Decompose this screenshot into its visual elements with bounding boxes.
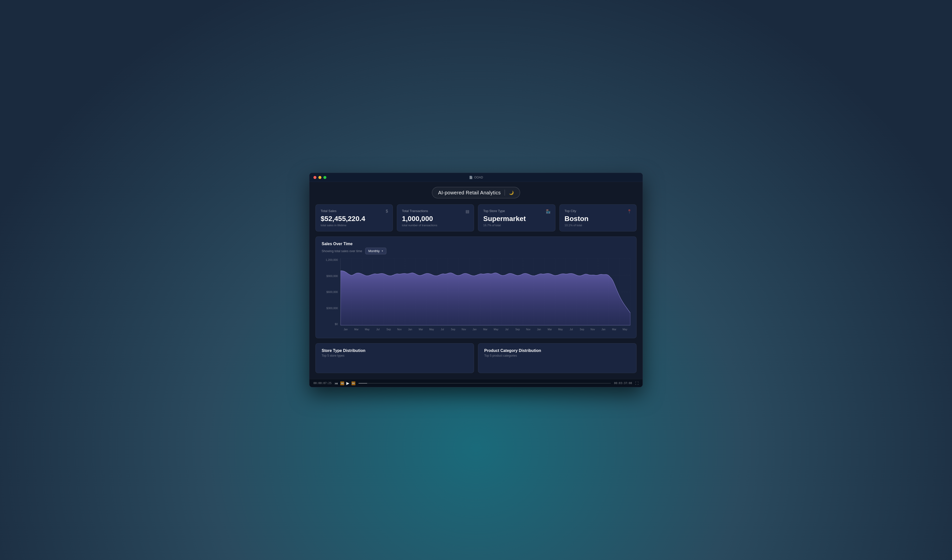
kpi-value-city: Boston [565, 215, 632, 223]
x-label-mar2: Mar [416, 328, 426, 331]
x-label-jan2: Jan [405, 328, 416, 331]
chart-controls-row: Showing total sales over time Monthly ▾ [321, 248, 631, 255]
kpi-label-transactions: Total Transactions [402, 209, 469, 213]
store-dist-sub: Top 5 store types [321, 354, 468, 357]
kpi-row: Total Sales $52,455,220.4 total sales in… [315, 204, 637, 231]
media-progress-bar[interactable] [359, 383, 611, 384]
bottom-row: Store Type Distribution Top 5 store type… [315, 343, 637, 373]
kpi-sub-sales: total sales in lifetime [321, 224, 388, 227]
titlebar-icon: 📄 [469, 176, 473, 179]
location-icon: 📍 [627, 209, 632, 214]
app-title-bar: AI-powered Retail Analytics 🌙 [432, 187, 520, 198]
y-label-2: $300,000 [326, 307, 338, 310]
product-category-distribution-card: Product Category Distribution Top 5 prod… [478, 343, 637, 373]
chart-svg [341, 258, 631, 325]
kpi-card-store-type: Top Store Type Supermarket 16.7% of tota… [478, 204, 555, 231]
time-period-dropdown[interactable]: Monthly ▾ [365, 248, 386, 255]
kpi-value-sales: $52,455,220.4 [321, 215, 388, 223]
kpi-sub-transactions: total number of transactions [402, 224, 469, 227]
x-label-may2: May [426, 328, 437, 331]
kpi-card-transactions: Total Transactions 1,000,000 total numbe… [397, 204, 474, 231]
app-header: AI-powered Retail Analytics 🌙 [315, 187, 637, 198]
x-label-mar5: Mar [609, 328, 620, 331]
x-label-sep4: Sep [576, 328, 587, 331]
play-icon[interactable]: ▶ [346, 381, 349, 386]
app-title: AI-powered Retail Analytics [438, 190, 501, 196]
x-label-may3: May [491, 328, 501, 331]
y-label-3: $600,000 [326, 290, 338, 293]
x-label-nov4: Nov [587, 328, 598, 331]
x-label-jan4: Jan [534, 328, 544, 331]
x-label-jul1: Jul [372, 328, 383, 331]
kpi-card-city: Top City Boston 10.1% of total 📍 [559, 204, 637, 231]
y-label-5: 1,200,000 [326, 258, 338, 261]
chevron-down-icon: ▾ [382, 249, 383, 253]
x-label-jul4: Jul [566, 328, 576, 331]
step-forward-icon[interactable]: ⏩ [351, 381, 355, 385]
x-label-mar3: Mar [480, 328, 491, 331]
y-label-1: $0 [335, 322, 338, 326]
titlebar: 📄 OOAD [309, 173, 643, 182]
kpi-value-transactions: 1,000,000 [402, 215, 469, 223]
close-button[interactable] [314, 176, 317, 179]
dropdown-label: Monthly [368, 249, 380, 253]
traffic-lights [314, 176, 326, 179]
x-label-may4: May [555, 328, 566, 331]
chart-subtitle: Showing total sales over time [321, 249, 362, 253]
chart-container: 1,200,000 $900,000 $600,000 $300,000 $0 [321, 258, 631, 333]
sales-chart-section: Sales Over Time Showing total sales over… [315, 236, 637, 338]
product-dist-sub: Top 5 product categories [484, 354, 631, 357]
media-progress-fill [359, 383, 367, 384]
store-type-distribution-card: Store Type Distribution Top 5 store type… [315, 343, 474, 373]
rewind-icon[interactable]: ⏮ [335, 381, 338, 385]
x-label-sep3: Sep [512, 328, 523, 331]
x-label-jan3: Jan [469, 328, 480, 331]
x-label-nov3: Nov [523, 328, 533, 331]
transactions-icon: ▤ [465, 209, 469, 214]
kpi-label-store-type: Top Store Type [483, 209, 550, 213]
titlebar-title: 📄 OOAD [469, 176, 483, 179]
kpi-sub-city: 10.1% of total [565, 224, 632, 227]
x-labels: Jan Mar May Jul Sep Nov Jan Mar May Jul … [340, 328, 631, 331]
x-label-nov2: Nov [459, 328, 469, 331]
dollar-icon: $ [386, 209, 388, 214]
x-label-sep2: Sep [448, 328, 458, 331]
step-back-icon[interactable]: ⏪ [340, 381, 344, 385]
media-time-left: 00:00:07:25 [314, 381, 332, 385]
chart-title: Sales Over Time [321, 242, 631, 246]
x-label-jan1: Jan [340, 328, 351, 331]
kpi-sub-store-type: 16.7% of total [483, 224, 550, 227]
theme-toggle-icon[interactable]: 🌙 [509, 190, 514, 195]
kpi-label-city: Top City [565, 209, 632, 213]
store-icon: 🏪 [546, 209, 551, 214]
media-time-right: 00:03:37:08 [614, 381, 632, 385]
chart-x-axis: Jan Mar May Jul Sep Nov Jan Mar May Jul … [340, 326, 631, 333]
kpi-value-store-type: Supermarket [483, 215, 550, 223]
titlebar-text: OOAD [474, 176, 483, 179]
chart-plot-area [340, 258, 631, 326]
kpi-label-sales: Total Sales [321, 209, 388, 213]
y-label-4: $900,000 [326, 275, 338, 278]
x-label-mar4: Mar [544, 328, 555, 331]
x-label-jan5: Jan [598, 328, 609, 331]
kpi-card-total-sales: Total Sales $52,455,220.4 total sales in… [315, 204, 393, 231]
product-dist-title: Product Category Distribution [484, 349, 631, 353]
x-label-sep1: Sep [383, 328, 394, 331]
minimize-button[interactable] [318, 176, 321, 179]
expand-icon[interactable]: ⛶ [635, 381, 638, 385]
media-controls[interactable]: ⏮ ⏪ ▶ ⏩ [335, 381, 355, 386]
x-label-mar1: Mar [351, 328, 362, 331]
media-bar: 00:00:07:25 ⏮ ⏪ ▶ ⏩ 00:03:37:08 ⛶ [309, 379, 643, 387]
store-dist-title: Store Type Distribution [321, 349, 468, 353]
app-window: 📄 OOAD AI-powered Retail Analytics 🌙 Tot… [309, 173, 643, 387]
x-label-may5: May [620, 328, 631, 331]
x-label-nov1: Nov [394, 328, 405, 331]
x-label-jul2: Jul [437, 328, 448, 331]
main-content: AI-powered Retail Analytics 🌙 Total Sale… [309, 182, 643, 379]
x-label-may1: May [362, 328, 372, 331]
x-label-jul3: Jul [501, 328, 512, 331]
chart-y-axis: 1,200,000 $900,000 $600,000 $300,000 $0 [321, 258, 340, 326]
maximize-button[interactable] [323, 176, 326, 179]
